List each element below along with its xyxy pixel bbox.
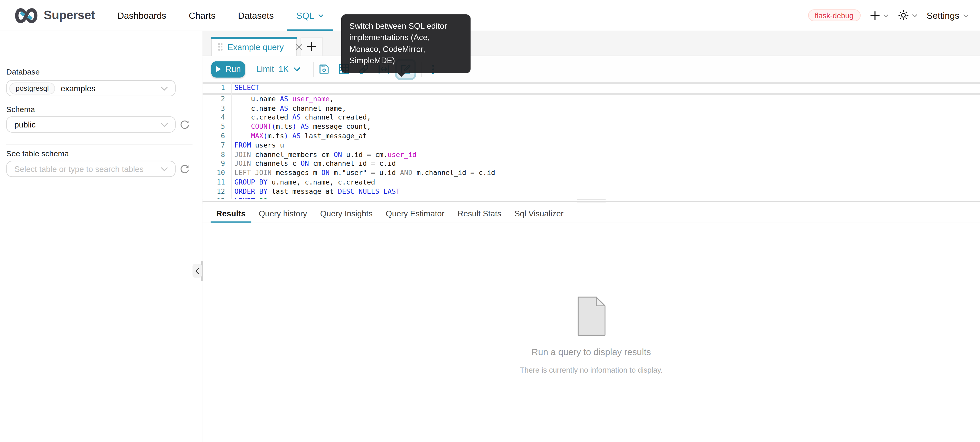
code-lines: 1SELECT2 u.name AS user_name,3 c.name AS… [203, 82, 980, 199]
refresh-tables-icon[interactable] [179, 164, 190, 174]
code-line[interactable]: 9JOIN channels c ON cm.channel_id = c.id [203, 160, 980, 169]
settings-label: Settings [927, 10, 959, 20]
query-tab[interactable]: Example query [212, 37, 297, 56]
code-token: ( [264, 132, 267, 140]
code-line[interactable]: 3 c.name AS channel_name, [203, 104, 980, 113]
line-number: 10 [203, 169, 231, 178]
nav-item-charts[interactable]: Charts [180, 0, 225, 30]
code-text: SELECT [231, 84, 259, 93]
results-tab-sql-visualizer[interactable]: Sql Visualizer [509, 204, 569, 223]
nav-item-dashboards[interactable]: Dashboards [108, 0, 176, 30]
code-text: MAX(m.ts) AS last_message_at [231, 132, 367, 141]
environment-tag: flask-debug [808, 10, 861, 21]
schema-select[interactable]: public [6, 116, 176, 132]
new-item-menu[interactable] [870, 10, 889, 20]
code-line[interactable]: 13LIMIT 20 [203, 197, 980, 199]
chevron-down-icon [161, 167, 168, 172]
brand-name: Superset [44, 8, 95, 22]
save-icon [318, 64, 329, 74]
tooltip: Switch between SQL editor implementation… [341, 14, 471, 73]
empty-state-subtitle: There is currently no information to dis… [520, 366, 663, 375]
table-select[interactable]: Select table or type to search tables [6, 161, 176, 177]
schema-value: public [14, 120, 36, 129]
code-token: ON [301, 160, 309, 168]
code-text: JOIN channel_members cm ON u.id = cm.use… [231, 150, 416, 160]
refresh-schemas-icon[interactable] [179, 120, 190, 130]
code-line[interactable]: 12ORDER BY last_message_at DESC NULLS LA… [203, 188, 980, 197]
code-token: u.id [342, 150, 367, 158]
code-token: c.name [234, 104, 280, 112]
code-token: channel_members cm [251, 150, 334, 158]
line-number: 12 [203, 188, 231, 197]
code-token: ) [292, 123, 296, 131]
nav-item-label: Dashboards [117, 10, 166, 20]
pane-resize-splitter[interactable] [203, 199, 980, 204]
line-number: 11 [203, 178, 231, 188]
play-icon [215, 66, 221, 73]
limit-dropdown[interactable]: Limit 1K [256, 64, 301, 74]
line-number: 3 [203, 104, 231, 113]
code-line[interactable]: 6 MAX(m.ts) AS last_message_at [203, 132, 980, 141]
database-select[interactable]: postgresql examples [6, 80, 176, 96]
results-tab-query-insights[interactable]: Query Insights [315, 204, 378, 223]
sql-code-editor[interactable]: 1SELECT2 u.name AS user_name,3 c.name AS… [203, 82, 980, 199]
drag-handle-icon[interactable] [218, 43, 223, 51]
new-tab-button[interactable] [301, 37, 323, 56]
navbar: Superset DashboardsChartsDatasetsSQL fla… [0, 0, 980, 31]
empty-state-title: Run a query to display results [531, 347, 651, 357]
close-tab-icon[interactable] [296, 43, 302, 50]
collapse-sidebar-button[interactable] [192, 264, 202, 278]
code-token: JOIN [234, 160, 251, 168]
nav-item-datasets[interactable]: Datasets [229, 0, 283, 30]
results-tab-result-stats[interactable]: Result Stats [452, 204, 507, 223]
code-text: GROUP BY u.name, c.name, c.created [231, 178, 375, 188]
code-line[interactable]: 10LEFT JOIN messages m ON m."user" = u.i… [203, 169, 980, 178]
code-token: AS [292, 113, 301, 121]
nav-item-sql[interactable]: SQL [287, 0, 333, 30]
superset-logo[interactable]: Superset [14, 7, 95, 23]
code-line[interactable]: 11GROUP BY u.name, c.name, c.created [203, 178, 980, 188]
code-line[interactable]: 4 c.created AS channel_created, [203, 113, 980, 123]
code-token: u.name, c.name, c.created [267, 178, 375, 187]
line-number: 2 [203, 95, 231, 104]
code-line[interactable]: 1SELECT [203, 82, 980, 95]
code-token: cm.channel_id [309, 160, 371, 168]
code-line[interactable]: 7FROM users u [203, 141, 980, 150]
code-token: MAX [251, 132, 263, 140]
results-tab-query-history[interactable]: Query history [253, 204, 313, 223]
code-token: users u [251, 141, 284, 149]
results-tab-query-estimator[interactable]: Query Estimator [380, 204, 450, 223]
chevron-down-icon [963, 13, 969, 17]
code-line[interactable]: 8JOIN channel_members cm ON u.id = cm.us… [203, 150, 980, 160]
nav-item-label: Datasets [238, 10, 274, 20]
code-token: DESC NULLS LAST [338, 188, 400, 196]
theme-menu[interactable] [898, 10, 917, 21]
code-token: last_message_at [267, 188, 338, 196]
code-text: LIMIT 20 [231, 197, 267, 199]
code-text: c.created AS channel_created, [231, 113, 371, 123]
code-text: u.name AS user_name, [231, 95, 334, 104]
code-line[interactable]: 2 u.name AS user_name, [203, 95, 980, 104]
code-token: FROM [234, 141, 251, 149]
sql-editor-pane: Example query Run Limit 1K [203, 31, 980, 442]
code-token: LEFT JOIN [234, 169, 272, 177]
settings-menu[interactable]: Settings [927, 10, 969, 20]
line-number: 7 [203, 141, 231, 150]
code-token: user_name [292, 95, 329, 103]
database-label: Database [6, 68, 40, 76]
code-token: AS [292, 132, 301, 140]
code-token: ( [272, 123, 276, 131]
code-token [288, 95, 292, 103]
run-button[interactable]: Run [212, 61, 245, 77]
line-number: 6 [203, 132, 231, 141]
chevron-down-icon [883, 13, 889, 17]
code-token: channel_created, [301, 113, 371, 121]
line-number: 5 [203, 123, 231, 132]
save-query-button[interactable] [317, 62, 331, 77]
nav-item-label: Charts [189, 10, 215, 20]
results-tab-results[interactable]: Results [211, 204, 251, 223]
code-line[interactable]: 5 COUNT(m.ts) AS message_count, [203, 123, 980, 132]
code-token: AS [280, 104, 288, 112]
toolbar-divider [313, 62, 313, 77]
superset-logo-icon [14, 7, 39, 23]
